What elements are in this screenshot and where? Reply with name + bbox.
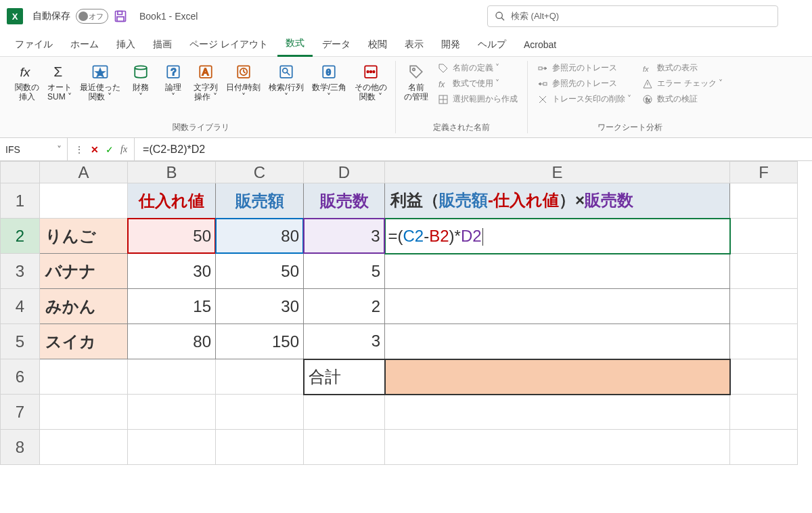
row-header-2[interactable]: 2 [1, 219, 40, 254]
cell-F6[interactable] [730, 359, 798, 395]
spreadsheet-grid[interactable]: A B C D E F 1 仕入れ値 販売額 販売数 利益（販売額-仕入れ値）×… [0, 161, 812, 465]
tab-file[interactable]: ファイル [7, 33, 61, 56]
cell-A2[interactable]: りんご [40, 219, 128, 254]
cell-E5[interactable] [385, 324, 730, 359]
cell-B4[interactable]: 15 [128, 289, 216, 324]
lookup-button[interactable]: 検索/行列 ˅ [266, 61, 306, 104]
cell-C3[interactable]: 50 [216, 254, 304, 289]
cell-F1[interactable] [730, 183, 798, 219]
tab-pagelayout[interactable]: ページ レイアウト [181, 33, 276, 56]
autosum-button[interactable]: Σオート SUM ˅ [45, 61, 74, 104]
recent-functions-button[interactable]: 最近使った 関数 ˅ [77, 61, 123, 104]
cell-E6[interactable] [385, 359, 730, 395]
show-formulas-button[interactable]: fx数式の表示 [642, 62, 723, 74]
cell-E4[interactable] [385, 289, 730, 324]
create-from-selection-button[interactable]: 選択範囲から作成 [438, 93, 518, 105]
col-header-D[interactable]: D [304, 162, 385, 183]
use-in-formula-button[interactable]: fx数式で使用 ˅ [438, 78, 518, 89]
cancel-button[interactable]: ✕ [89, 144, 100, 155]
cell-D1[interactable]: 販売数 [304, 183, 385, 219]
cell-A4[interactable]: みかん [40, 289, 128, 324]
cell-B3[interactable]: 30 [128, 254, 216, 289]
col-header-E[interactable]: E [385, 162, 730, 183]
tab-data[interactable]: データ [314, 33, 359, 56]
cell-A5[interactable]: スイカ [40, 324, 128, 359]
cell-E7[interactable] [385, 395, 730, 430]
row-header-5[interactable]: 5 [1, 324, 40, 359]
name-box[interactable]: IFS ˅ [0, 138, 68, 160]
row-header-3[interactable]: 3 [1, 254, 40, 289]
autosave-toggle[interactable]: オフ [76, 9, 108, 24]
trace-precedents-button[interactable]: 参照元のトレース [537, 62, 631, 74]
cell-B5[interactable]: 80 [128, 324, 216, 359]
error-checking-button[interactable]: エラー チェック ˅ [642, 78, 723, 89]
more-functions-button[interactable]: その他の 関数 ˅ [352, 61, 390, 104]
select-all-corner[interactable] [1, 162, 40, 183]
row-header-8[interactable]: 8 [1, 430, 40, 465]
name-manager-button[interactable]: 名前 の管理 [401, 61, 431, 104]
cell-A7[interactable] [40, 395, 128, 430]
tab-help[interactable]: ヘルプ [470, 33, 514, 56]
tab-draw[interactable]: 描画 [145, 33, 180, 56]
row-header-7[interactable]: 7 [1, 395, 40, 430]
row-header-1[interactable]: 1 [1, 183, 40, 219]
save-icon[interactable] [114, 9, 127, 23]
tab-developer[interactable]: 開発 [433, 33, 468, 56]
remove-arrows-button[interactable]: トレース矢印の削除 ˅ [537, 93, 631, 105]
tab-review[interactable]: 校閲 [360, 33, 395, 56]
fx-button[interactable]: fx [119, 144, 129, 155]
cell-A6[interactable] [40, 359, 128, 395]
define-name-button[interactable]: 名前の定義 ˅ [438, 62, 518, 74]
cell-F5[interactable] [730, 324, 798, 359]
cell-B6[interactable] [128, 359, 216, 395]
cell-B8[interactable] [128, 430, 216, 465]
trace-dependents-button[interactable]: 参照先のトレース [537, 78, 631, 89]
cell-C8[interactable] [216, 430, 304, 465]
cell-E8[interactable] [385, 430, 730, 465]
col-header-A[interactable]: A [40, 162, 128, 183]
tab-insert[interactable]: 挿入 [108, 33, 143, 56]
datetime-button[interactable]: 日付/時刻 ˅ [223, 61, 263, 104]
logical-button[interactable]: ?論理 ˅ [158, 61, 188, 104]
cell-E3[interactable] [385, 254, 730, 289]
cell-B2[interactable]: 50 [128, 219, 216, 254]
cell-D4[interactable]: 2 [304, 289, 385, 324]
text-button[interactable]: A文字列 操作 ˅ [191, 61, 221, 104]
cell-A1[interactable] [40, 183, 128, 219]
cell-C6[interactable] [216, 359, 304, 395]
cell-E1[interactable]: 利益（販売額-仕入れ値）×販売数 [385, 183, 730, 219]
cell-A3[interactable]: バナナ [40, 254, 128, 289]
math-trig-button[interactable]: θ数学/三角 ˅ [309, 61, 349, 104]
cell-C5[interactable]: 150 [216, 324, 304, 359]
row-header-4[interactable]: 4 [1, 289, 40, 324]
financial-button[interactable]: 財務 ˅ [126, 61, 156, 104]
cell-C2[interactable]: 80 [216, 219, 304, 254]
cell-D6[interactable]: 合計 [304, 359, 385, 395]
cell-E2[interactable]: =(C2-B2)*D2 [385, 219, 730, 254]
cell-F2[interactable] [730, 219, 798, 254]
tab-formulas[interactable]: 数式 [277, 32, 313, 57]
cell-F8[interactable] [730, 430, 798, 465]
cell-C4[interactable]: 30 [216, 289, 304, 324]
formula-input[interactable]: =(C2-B2)*D2 [135, 143, 812, 156]
insert-function-button[interactable]: fx関数の 挿入 [12, 61, 42, 104]
col-header-F[interactable]: F [730, 162, 798, 183]
cell-B7[interactable] [128, 395, 216, 430]
cell-D7[interactable] [304, 395, 385, 430]
enter-button[interactable]: ✓ [104, 144, 115, 155]
cell-F4[interactable] [730, 289, 798, 324]
cell-D2[interactable]: 3 [304, 219, 385, 254]
cell-D5[interactable]: 3 [304, 324, 385, 359]
cell-A8[interactable] [40, 430, 128, 465]
tab-home[interactable]: ホーム [62, 33, 107, 56]
tab-acrobat[interactable]: Acrobat [516, 34, 564, 55]
col-header-B[interactable]: B [128, 162, 216, 183]
cell-F3[interactable] [730, 254, 798, 289]
cell-C1[interactable]: 販売額 [216, 183, 304, 219]
search-input[interactable]: 検索 (Alt+Q) [487, 5, 778, 27]
cell-F7[interactable] [730, 395, 798, 430]
evaluate-formula-button[interactable]: fx数式の検証 [642, 93, 723, 105]
cell-B1[interactable]: 仕入れ値 [128, 183, 216, 219]
cell-C7[interactable] [216, 395, 304, 430]
cell-D8[interactable] [304, 430, 385, 465]
